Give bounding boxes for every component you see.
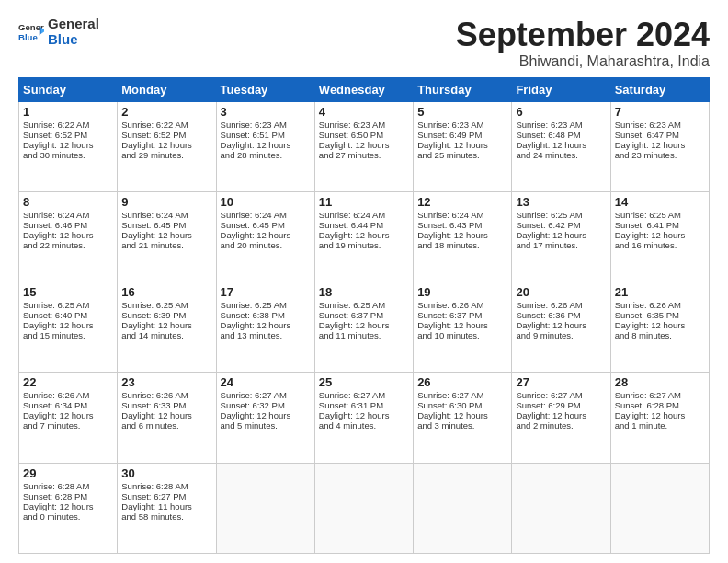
day-info-line: and 16 minutes.	[615, 240, 705, 250]
day-info-line: Sunset: 6:42 PM	[516, 220, 606, 230]
day-info-line: Sunrise: 6:24 AM	[417, 210, 507, 220]
day-info-line: Daylight: 12 hours	[516, 230, 606, 240]
day-info-line: Sunset: 6:52 PM	[23, 130, 113, 140]
day-info-line: Sunrise: 6:22 AM	[23, 120, 113, 130]
day-info-line: Daylight: 12 hours	[319, 140, 409, 150]
day-info-line: and 4 minutes.	[319, 420, 409, 431]
day-number: 21	[615, 285, 705, 299]
day-info-line: Daylight: 11 hours	[121, 501, 211, 511]
calendar-cell: 4Sunrise: 6:23 AMSunset: 6:50 PMDaylight…	[314, 101, 413, 191]
calendar-cell: 27Sunrise: 6:27 AMSunset: 6:29 PMDayligh…	[512, 373, 610, 463]
day-info-line: Sunrise: 6:23 AM	[516, 120, 606, 130]
day-info-line: and 8 minutes.	[615, 330, 705, 340]
calendar-cell: 18Sunrise: 6:25 AMSunset: 6:37 PMDayligh…	[314, 282, 413, 373]
day-info-line: Sunrise: 6:24 AM	[23, 210, 113, 220]
calendar-week-row: 1Sunrise: 6:22 AMSunset: 6:52 PMDaylight…	[19, 101, 710, 191]
day-info-line: and 19 minutes.	[319, 240, 409, 250]
day-number: 17	[221, 285, 311, 299]
day-info-line: and 28 minutes.	[221, 150, 311, 160]
day-info-line: Sunrise: 6:26 AM	[23, 390, 113, 400]
day-info-line: Daylight: 12 hours	[221, 230, 311, 240]
day-number: 6	[516, 105, 606, 119]
day-info-line: Sunrise: 6:25 AM	[121, 300, 211, 310]
calendar-cell	[414, 463, 512, 553]
day-number: 13	[516, 195, 606, 209]
day-info-line: and 14 minutes.	[121, 330, 211, 340]
day-info-line: Sunrise: 6:24 AM	[121, 210, 211, 220]
day-info-line: Sunset: 6:48 PM	[516, 130, 606, 140]
day-number: 15	[23, 285, 113, 299]
calendar-cell: 28Sunrise: 6:27 AMSunset: 6:28 PMDayligh…	[610, 373, 709, 463]
page: General Blue General Blue September 2024…	[0, 0, 728, 563]
day-info-line: Sunrise: 6:28 AM	[23, 481, 113, 491]
day-info-line: Sunrise: 6:25 AM	[23, 300, 113, 310]
calendar-cell: 22Sunrise: 6:26 AMSunset: 6:34 PMDayligh…	[19, 373, 118, 463]
day-number: 2	[121, 105, 211, 119]
calendar-table: SundayMondayTuesdayWednesdayThursdayFrid…	[18, 77, 710, 554]
calendar-cell: 25Sunrise: 6:27 AMSunset: 6:31 PMDayligh…	[314, 373, 413, 463]
day-info-line: and 30 minutes.	[23, 150, 113, 160]
day-info-line: Sunset: 6:35 PM	[615, 310, 705, 320]
weekday-header: Sunday	[19, 77, 118, 101]
calendar-cell: 7Sunrise: 6:23 AMSunset: 6:47 PMDaylight…	[610, 101, 709, 191]
day-info-line: Daylight: 12 hours	[23, 320, 113, 330]
day-info-line: Sunset: 6:31 PM	[319, 400, 409, 410]
calendar-cell: 8Sunrise: 6:24 AMSunset: 6:46 PMDaylight…	[19, 191, 118, 282]
day-number: 30	[121, 466, 211, 480]
day-info-line: and 27 minutes.	[319, 150, 409, 160]
day-info-line: Daylight: 12 hours	[516, 140, 606, 150]
day-info-line: Sunrise: 6:23 AM	[417, 120, 507, 130]
calendar-cell: 9Sunrise: 6:24 AMSunset: 6:45 PMDaylight…	[118, 191, 216, 282]
day-info-line: Sunrise: 6:27 AM	[221, 390, 311, 400]
day-number: 23	[121, 375, 211, 389]
day-info-line: Sunrise: 6:26 AM	[516, 300, 606, 310]
calendar-cell: 20Sunrise: 6:26 AMSunset: 6:36 PMDayligh…	[512, 282, 610, 373]
day-info-line: Daylight: 12 hours	[516, 410, 606, 420]
calendar-week-row: 22Sunrise: 6:26 AMSunset: 6:34 PMDayligh…	[19, 373, 710, 463]
day-info-line: Sunrise: 6:26 AM	[121, 390, 211, 400]
day-info-line: Sunset: 6:41 PM	[615, 220, 705, 230]
calendar-cell: 14Sunrise: 6:25 AMSunset: 6:41 PMDayligh…	[610, 191, 709, 282]
day-info-line: Sunset: 6:32 PM	[221, 400, 311, 410]
day-info-line: Sunrise: 6:27 AM	[615, 390, 705, 400]
day-info-line: Sunrise: 6:25 AM	[221, 300, 311, 310]
day-info-line: Sunrise: 6:25 AM	[516, 210, 606, 220]
svg-text:Blue: Blue	[18, 31, 38, 41]
day-info-line: Daylight: 12 hours	[417, 410, 507, 420]
calendar-cell	[216, 463, 314, 553]
day-info-line: Sunset: 6:28 PM	[23, 491, 113, 501]
day-info-line: Sunset: 6:27 PM	[121, 491, 211, 501]
day-info-line: and 0 minutes.	[23, 511, 113, 522]
day-number: 25	[319, 375, 409, 389]
day-info-line: and 1 minute.	[615, 420, 705, 431]
day-info-line: Sunrise: 6:27 AM	[516, 390, 606, 400]
day-info-line: and 20 minutes.	[221, 240, 311, 250]
weekday-header: Tuesday	[216, 77, 314, 101]
day-info-line: Sunset: 6:30 PM	[417, 400, 507, 410]
day-info-line: Sunrise: 6:26 AM	[417, 300, 507, 310]
day-info-line: Sunrise: 6:27 AM	[319, 390, 409, 400]
day-number: 28	[615, 375, 705, 389]
day-number: 18	[319, 285, 409, 299]
day-info-line: Sunset: 6:44 PM	[319, 220, 409, 230]
day-info-line: Sunset: 6:51 PM	[221, 130, 311, 140]
day-number: 26	[417, 375, 507, 389]
day-info-line: and 5 minutes.	[221, 420, 311, 431]
calendar-cell: 13Sunrise: 6:25 AMSunset: 6:42 PMDayligh…	[512, 191, 610, 282]
day-number: 8	[23, 195, 113, 209]
day-info-line: Daylight: 12 hours	[221, 320, 311, 330]
day-info-line: Sunset: 6:47 PM	[615, 130, 705, 140]
calendar-cell	[512, 463, 610, 553]
day-number: 9	[121, 195, 211, 209]
day-info-line: Sunrise: 6:24 AM	[221, 210, 311, 220]
day-info-line: and 17 minutes.	[516, 240, 606, 250]
day-number: 12	[417, 195, 507, 209]
day-info-line: Sunset: 6:45 PM	[121, 220, 211, 230]
day-number: 10	[221, 195, 311, 209]
day-info-line: and 13 minutes.	[221, 330, 311, 340]
calendar-cell: 16Sunrise: 6:25 AMSunset: 6:39 PMDayligh…	[118, 282, 216, 373]
calendar-cell: 21Sunrise: 6:26 AMSunset: 6:35 PMDayligh…	[610, 282, 709, 373]
day-number: 14	[615, 195, 705, 209]
day-info-line: Daylight: 12 hours	[23, 501, 113, 511]
day-info-line: Daylight: 12 hours	[417, 320, 507, 330]
